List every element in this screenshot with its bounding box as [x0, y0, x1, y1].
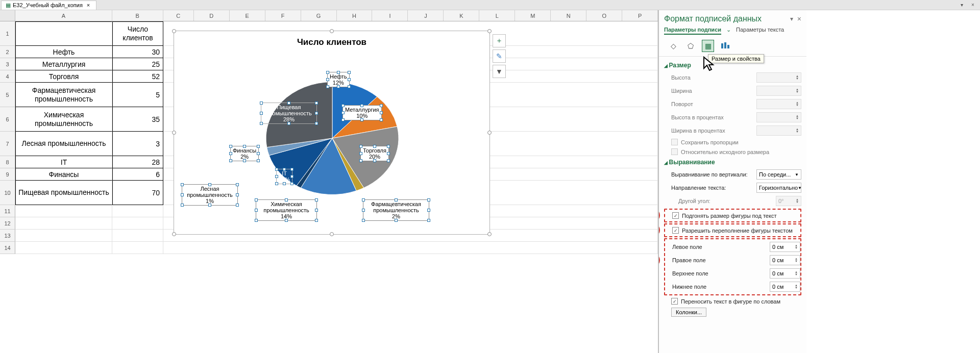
- height-input[interactable]: ▲▼: [756, 72, 801, 83]
- valign-select[interactable]: По середи...▼: [756, 169, 801, 180]
- row-header[interactable]: 4: [0, 70, 15, 83]
- col-header[interactable]: F: [265, 10, 301, 21]
- autofit-checkbox[interactable]: ✓: [672, 212, 679, 219]
- row-header[interactable]: 5: [0, 83, 15, 107]
- cell[interactable]: 25: [112, 58, 163, 70]
- col-header[interactable]: E: [230, 10, 265, 21]
- chart-object[interactable]: Число клиентов Нефть12% Металлургия10% Т…: [174, 31, 490, 235]
- row-header[interactable]: 10: [0, 181, 15, 205]
- cell[interactable]: Пищевая промышленность: [15, 181, 112, 205]
- row-header[interactable]: 9: [0, 168, 15, 181]
- row-header[interactable]: 12: [0, 217, 15, 230]
- col-header[interactable]: C: [163, 10, 194, 21]
- row-header[interactable]: 13: [0, 230, 15, 242]
- col-header[interactable]: A: [15, 10, 112, 21]
- cell[interactable]: 6: [112, 168, 163, 181]
- tab-label-options[interactable]: Параметры подписи: [664, 27, 721, 35]
- col-header[interactable]: J: [408, 10, 444, 21]
- cell[interactable]: Торговля: [15, 70, 112, 83]
- width-input[interactable]: ▲▼: [756, 86, 801, 96]
- row-header[interactable]: 7: [0, 132, 15, 156]
- data-label[interactable]: Леснаяпромышленность1%: [182, 184, 238, 206]
- top-margin-input[interactable]: 0 см▲▼: [770, 268, 800, 279]
- col-header[interactable]: N: [551, 10, 586, 21]
- row-header[interactable]: 14: [0, 242, 15, 254]
- cell[interactable]: 28: [112, 156, 163, 168]
- spreadsheet[interactable]: A B C D E F G H I J K L M N O P 1 Число …: [0, 10, 658, 353]
- columns-button[interactable]: Колонки...: [671, 308, 706, 317]
- tab-text-options[interactable]: Параметры текста: [736, 27, 784, 35]
- data-label[interactable]: Фармацевтическаяпромышленность2%: [363, 199, 429, 221]
- pie-chart[interactable]: [261, 67, 404, 211]
- row-header[interactable]: 3: [0, 58, 15, 70]
- chart-add-element-icon[interactable]: ＋: [493, 34, 506, 47]
- overflow-checkbox[interactable]: ✓: [672, 227, 679, 234]
- select-all-corner[interactable]: [0, 10, 15, 21]
- row-header[interactable]: 8: [0, 156, 15, 168]
- pane-menu-icon[interactable]: ▾: [790, 15, 793, 22]
- size-properties-icon[interactable]: ▦: [702, 40, 714, 52]
- left-margin-input[interactable]: 0 см▲▼: [770, 242, 800, 252]
- data-label[interactable]: IT11%: [276, 169, 292, 184]
- row-header[interactable]: 2: [0, 46, 15, 58]
- col-header[interactable]: P: [622, 10, 658, 21]
- cell[interactable]: Финансы: [15, 168, 112, 181]
- cell[interactable]: 70: [112, 181, 163, 205]
- cell[interactable]: 5: [112, 83, 163, 107]
- col-header[interactable]: G: [301, 10, 337, 21]
- effects-icon[interactable]: ⬠: [684, 40, 697, 52]
- cell[interactable]: Нефть: [15, 46, 112, 58]
- col-header[interactable]: L: [479, 10, 515, 21]
- cell[interactable]: Химическая промышленность: [15, 107, 112, 132]
- data-label[interactable]: Металлургия10%: [342, 105, 382, 120]
- data-label[interactable]: Торговля20%: [360, 146, 389, 161]
- row-header[interactable]: 11: [0, 205, 15, 217]
- data-label[interactable]: Финансы2%: [230, 146, 259, 161]
- col-header[interactable]: K: [444, 10, 479, 21]
- direction-select[interactable]: Горизонтально▼: [756, 183, 801, 193]
- cell[interactable]: 30: [112, 46, 163, 58]
- cell[interactable]: Лесная промышленность: [15, 132, 112, 156]
- col-header[interactable]: B: [112, 10, 163, 21]
- cell[interactable]: Число клиентов: [112, 21, 163, 46]
- wrap-checkbox[interactable]: ✓: [671, 298, 678, 305]
- pane-close-icon[interactable]: ×: [797, 15, 801, 23]
- height-pct-input[interactable]: ▲▼: [756, 112, 801, 122]
- cell[interactable]: IT: [15, 156, 112, 168]
- lock-aspect-checkbox[interactable]: [671, 139, 678, 145]
- cell[interactable]: 3: [112, 132, 163, 156]
- close-tab-icon[interactable]: ×: [85, 2, 92, 9]
- cell[interactable]: 52: [112, 70, 163, 83]
- col-header[interactable]: H: [337, 10, 373, 21]
- cell[interactable]: Металлургия: [15, 58, 112, 70]
- col-header[interactable]: O: [586, 10, 622, 21]
- fill-line-icon[interactable]: ◇: [667, 40, 679, 52]
- cell[interactable]: Фармацевтическая промышленность: [15, 83, 112, 107]
- annotation-1: 1: [659, 209, 660, 222]
- col-header[interactable]: M: [515, 10, 551, 21]
- row-header[interactable]: 1: [0, 21, 15, 46]
- bottom-margin-input[interactable]: 0 см▲▼: [770, 282, 800, 292]
- right-margin-input[interactable]: 0 см▲▼: [770, 255, 800, 265]
- chart-filter-icon[interactable]: ▼: [493, 65, 506, 78]
- width-label: Ширина: [671, 88, 753, 94]
- align-section-head[interactable]: Выравнивание: [664, 157, 801, 168]
- cell[interactable]: [15, 21, 112, 46]
- col-header[interactable]: I: [372, 10, 408, 21]
- data-label[interactable]: Пищеваяпромышленность28%: [261, 103, 317, 124]
- cell[interactable]: 35: [112, 107, 163, 132]
- rotation-input[interactable]: ▲▼: [756, 99, 801, 109]
- col-header[interactable]: D: [194, 10, 230, 21]
- label-options-icon[interactable]: [719, 40, 731, 52]
- dropdown-icon[interactable]: ▾: [957, 1, 967, 9]
- data-label[interactable]: Нефть12%: [327, 72, 350, 87]
- width-pct-input[interactable]: ▲▼: [756, 125, 801, 136]
- workbook-tab[interactable]: ▦ E32_Учебный файл_копия ×: [1, 1, 96, 10]
- chart-title[interactable]: Число клиентов: [174, 31, 489, 47]
- chart-style-icon[interactable]: ✎: [493, 49, 506, 63]
- angle-input[interactable]: 0°▲▼: [776, 196, 801, 206]
- relative-checkbox[interactable]: [671, 148, 678, 155]
- data-label[interactable]: Химическаяпромышленность14%: [256, 199, 317, 221]
- close-icon[interactable]: ×: [968, 1, 978, 9]
- row-header[interactable]: 6: [0, 107, 15, 132]
